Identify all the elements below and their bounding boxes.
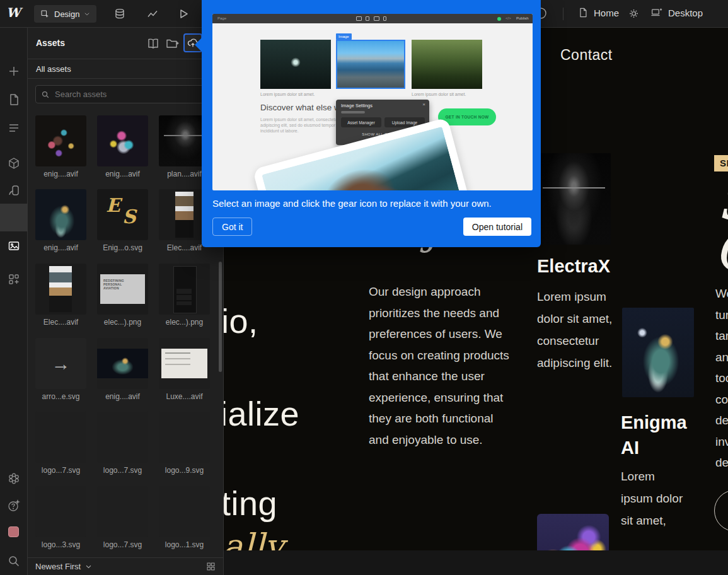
upload-tutorial-tooltip: Page </> Publish Image Lorem ipsum dolor… bbox=[202, 0, 541, 247]
help-icon[interactable] bbox=[7, 499, 21, 513]
pages-icon[interactable] bbox=[7, 93, 21, 107]
asset-item[interactable]: enig....avif bbox=[35, 189, 86, 252]
asset-item[interactable]: logo...7.svg bbox=[97, 486, 148, 549]
got-it-button[interactable]: Got it bbox=[212, 218, 252, 236]
analytics-icon[interactable] bbox=[146, 7, 159, 21]
asset-thumbnail[interactable] bbox=[35, 412, 86, 463]
screenshot-photo-fjord-selected bbox=[336, 40, 405, 89]
webflow-designer: Contact io, ialize ting ally Projects Ou… bbox=[0, 0, 728, 575]
asset-thumbnail[interactable] bbox=[159, 486, 210, 537]
project-image-electrax[interactable] bbox=[537, 153, 611, 245]
new-folder-icon[interactable] bbox=[165, 37, 179, 50]
assets-panel: Assets All assets enig....avif bbox=[28, 28, 224, 575]
services-paragraph-fragment: We tur tar an toc cor de inv dev bbox=[715, 283, 728, 473]
asset-item[interactable]: elec...).png bbox=[159, 264, 210, 327]
asset-item[interactable]: → arro...e.svg bbox=[35, 338, 86, 401]
asset-item[interactable]: enig....avif bbox=[97, 115, 148, 178]
screenshot-paragraph: Lorem ipsum dolor sit amet, consectetur … bbox=[260, 117, 341, 134]
cms-database-icon[interactable] bbox=[113, 7, 127, 21]
asset-filename: arro...e.svg bbox=[35, 392, 86, 401]
asset-filename: enig....avif bbox=[97, 392, 148, 401]
asset-filename: enig....avif bbox=[35, 243, 86, 252]
asset-item[interactable]: enig....avif bbox=[97, 338, 148, 401]
assets-image-icon[interactable] bbox=[7, 239, 21, 253]
asset-item[interactable]: E S Enig...o.svg bbox=[97, 189, 148, 252]
text-line: tar bbox=[715, 325, 728, 347]
project-description: Lorem ipsum dolor sit amet, bbox=[621, 465, 685, 531]
asset-folder-filter-label: All assets bbox=[36, 64, 71, 74]
asset-item[interactable]: REDEFINING PERSONAL AVIATION elec...).pn… bbox=[97, 264, 148, 327]
asset-search[interactable] bbox=[35, 85, 216, 103]
asset-filename: elec...).png bbox=[159, 318, 210, 327]
asset-thumbnail[interactable] bbox=[97, 486, 148, 537]
asset-item[interactable]: logo...3.svg bbox=[35, 486, 86, 549]
styles-icon[interactable] bbox=[7, 183, 21, 197]
asset-library-book-icon[interactable] bbox=[146, 37, 160, 50]
tooltip-message: Select an image and click the gear icon … bbox=[212, 198, 528, 209]
design-mode-button[interactable]: Design bbox=[34, 5, 96, 23]
search-input[interactable] bbox=[54, 89, 211, 100]
asset-thumbnail[interactable] bbox=[35, 115, 86, 166]
asset-thumbnail[interactable]: REDEFINING PERSONAL AVIATION bbox=[97, 264, 148, 315]
chevron-down-icon[interactable] bbox=[85, 563, 92, 570]
asset-item[interactable]: logo...7.svg bbox=[97, 412, 148, 475]
asset-filename: enig....avif bbox=[35, 170, 86, 178]
asset-thumbnail[interactable] bbox=[97, 338, 148, 389]
sort-selector[interactable]: Newest First bbox=[35, 562, 81, 571]
gear-icon[interactable] bbox=[628, 8, 642, 21]
site-settings-flower-icon[interactable] bbox=[7, 472, 21, 485]
apps-icon[interactable] bbox=[7, 272, 21, 286]
text-line: tur bbox=[715, 305, 728, 326]
image-settings-title: Image Settings bbox=[341, 103, 373, 108]
zoom-search-icon[interactable] bbox=[7, 554, 21, 568]
open-tutorial-button[interactable]: Open tutorial bbox=[463, 218, 531, 236]
desktop-breakpoint-icon bbox=[650, 7, 663, 18]
site-nav-contact-link[interactable]: Contact bbox=[560, 47, 613, 64]
grid-view-toggle-icon[interactable] bbox=[206, 562, 216, 571]
asset-item[interactable]: Luxe....avif bbox=[159, 338, 210, 401]
screenshot-page-label: Page bbox=[217, 16, 226, 20]
arrow-right-icon: → bbox=[52, 353, 71, 375]
asset-thumbnail[interactable] bbox=[97, 115, 148, 166]
add-element-icon[interactable] bbox=[7, 64, 21, 78]
asset-filename: logo...3.svg bbox=[35, 540, 86, 549]
asset-thumbnail[interactable] bbox=[35, 486, 86, 537]
asset-item[interactable]: logo...1.svg bbox=[159, 486, 210, 549]
page-selector[interactable]: Home bbox=[577, 7, 619, 18]
toolbar-divider bbox=[563, 8, 563, 20]
desktop-device-icon bbox=[356, 16, 362, 21]
webflow-logo-icon[interactable]: W bbox=[6, 5, 25, 21]
design-mode-label: Design bbox=[54, 9, 79, 19]
breakpoint-selector[interactable]: Desktop bbox=[650, 7, 703, 18]
record-icon[interactable] bbox=[8, 526, 19, 537]
asset-thumbnail[interactable] bbox=[159, 412, 210, 463]
panel-scrollbar[interactable] bbox=[219, 262, 222, 372]
hero-text-fragment: io, bbox=[224, 301, 258, 340]
tutorial-screenshot: Page </> Publish Image Lorem ipsum dolor… bbox=[212, 14, 533, 190]
asset-item[interactable]: logo...9.svg bbox=[159, 412, 210, 475]
navigator-icon[interactable] bbox=[7, 121, 21, 135]
asset-thumbnail[interactable] bbox=[97, 412, 148, 463]
asset-thumbnail[interactable] bbox=[159, 338, 210, 389]
settings-link-placeholder bbox=[341, 111, 365, 113]
asset-filename: logo...9.svg bbox=[159, 466, 210, 475]
landscape-device-icon bbox=[374, 16, 379, 21]
circle-arrow-button[interactable] bbox=[714, 490, 728, 531]
hero-text-fragment: ting bbox=[224, 484, 277, 523]
asset-item[interactable]: Elec....avif bbox=[35, 264, 86, 327]
projects-paragraph: Our design approach prioritizes the need… bbox=[369, 281, 510, 450]
asset-item[interactable]: logo...7.svg bbox=[35, 412, 86, 475]
asset-item[interactable]: enig....avif bbox=[35, 115, 86, 178]
asset-thumbnail[interactable]: → bbox=[35, 338, 86, 389]
project-image-enigma[interactable] bbox=[622, 308, 694, 397]
asset-thumbnail[interactable] bbox=[35, 264, 86, 315]
asset-thumbnail[interactable]: E S bbox=[97, 189, 148, 240]
components-cube-icon[interactable] bbox=[7, 156, 21, 170]
project-description: Lorem ipsum dolor sit amet, consectetur … bbox=[537, 286, 615, 374]
asset-thumbnail[interactable] bbox=[35, 189, 86, 240]
asset-folder-filter[interactable]: All assets bbox=[28, 59, 223, 79]
page-selector-label: Home bbox=[594, 8, 619, 18]
monogram-letter: S bbox=[122, 206, 136, 228]
asset-thumbnail[interactable] bbox=[159, 264, 210, 315]
preview-play-icon[interactable] bbox=[176, 7, 190, 21]
